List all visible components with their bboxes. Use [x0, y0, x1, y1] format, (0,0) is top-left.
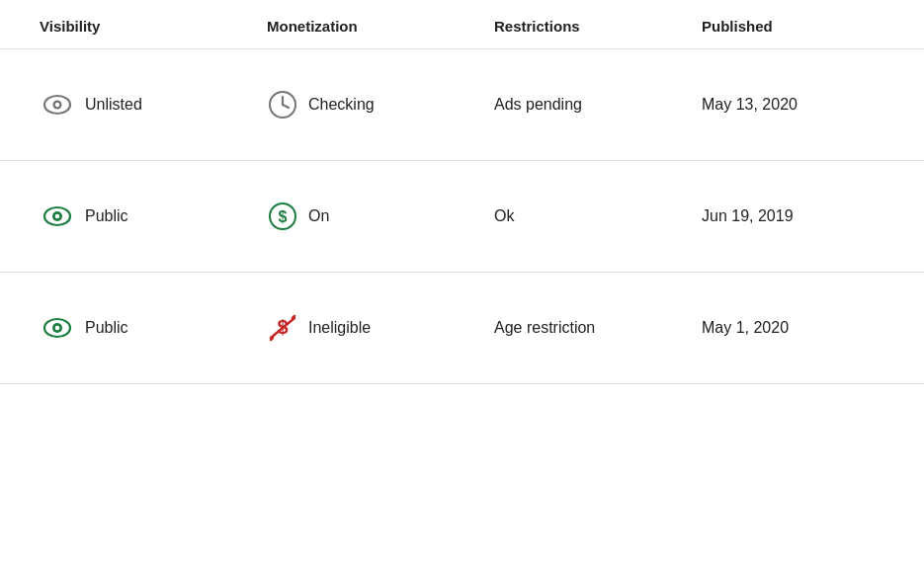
dollar-icon: $ [267, 201, 298, 232]
monetization-label: On [308, 207, 329, 225]
published-value: May 1, 2020 [702, 319, 789, 337]
dollar-strikethrough-icon: $ [267, 312, 298, 344]
table-row: Public $ Ineligible Age restriction May … [0, 273, 924, 384]
visibility-cell: Unlisted [40, 87, 267, 122]
header-monetization: Monetization [267, 18, 494, 35]
restrictions-value: Ok [494, 207, 514, 225]
svg-point-8 [55, 214, 60, 219]
published-cell: May 1, 2020 [702, 319, 899, 337]
svg-point-13 [55, 326, 60, 331]
published-cell: May 13, 2020 [702, 96, 899, 114]
published-value: Jun 19, 2019 [702, 207, 794, 225]
visibility-label: Unlisted [85, 96, 142, 114]
monetization-label: Ineligible [308, 319, 371, 337]
monetization-cell: $ On [267, 201, 494, 232]
restrictions-cell: Ads pending [494, 96, 702, 114]
monetization-cell: $ Ineligible [267, 312, 494, 344]
monetization-label: Checking [308, 96, 375, 114]
visibility-cell: Public [40, 310, 267, 346]
header-visibility: Visibility [40, 18, 267, 35]
restrictions-cell: Age restriction [494, 319, 702, 337]
table-row: Public $ On Ok Jun 19, 2019 [0, 161, 924, 273]
header-restrictions: Restrictions [494, 18, 702, 35]
table-row: Unlisted Checking Ads pending May 13, 20… [0, 49, 924, 161]
visibility-label: Public [85, 319, 128, 337]
visibility-cell: Public [40, 199, 267, 234]
published-value: May 13, 2020 [702, 96, 798, 114]
eye-icon [40, 199, 75, 234]
eye-icon [40, 310, 75, 346]
svg-line-17 [293, 316, 294, 318]
svg-point-2 [55, 103, 59, 107]
svg-line-5 [283, 105, 289, 108]
clock-icon [267, 89, 298, 121]
svg-line-16 [271, 338, 273, 340]
monetization-cell: Checking [267, 89, 494, 121]
svg-text:$: $ [279, 208, 288, 225]
eye-icon [40, 87, 75, 122]
table-header: Visibility Monetization Restrictions Pub… [0, 0, 924, 49]
video-table: Visibility Monetization Restrictions Pub… [0, 0, 924, 384]
restrictions-cell: Ok [494, 207, 702, 225]
restrictions-value: Ads pending [494, 96, 582, 114]
header-published: Published [702, 18, 899, 35]
published-cell: Jun 19, 2019 [702, 207, 899, 225]
visibility-label: Public [85, 207, 128, 225]
restrictions-value: Age restriction [494, 319, 595, 337]
